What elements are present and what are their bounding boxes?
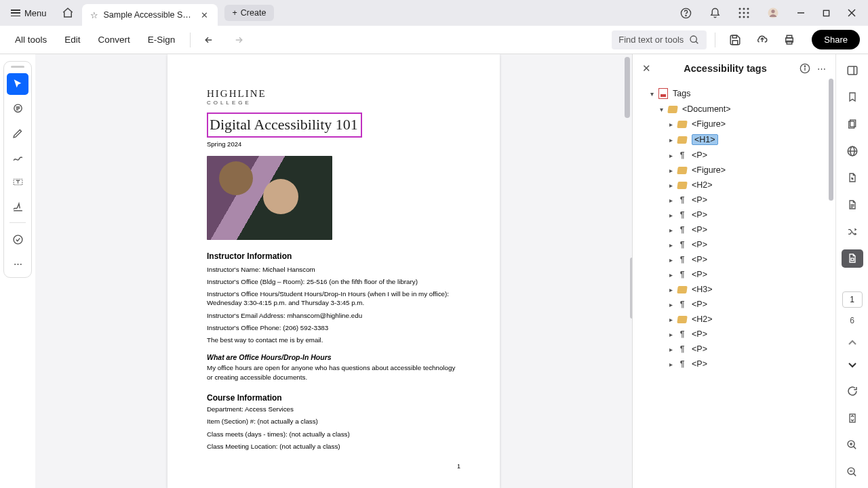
home-button[interactable] <box>56 3 79 23</box>
caret-right-icon[interactable]: ▸ <box>667 301 675 308</box>
tags-tree[interactable]: ▾ Tags ▾ <Document> ▸<Figure>▸<H1>▸¶<P>▸… <box>633 83 835 488</box>
maximize-button[interactable] <box>814 4 838 22</box>
rotate-button[interactable] <box>842 382 863 401</box>
text-tool[interactable] <box>7 171 28 192</box>
tree-node[interactable]: ▸¶<P> <box>638 297 830 312</box>
caret-right-icon[interactable]: ▸ <box>667 136 675 144</box>
caret-right-icon[interactable]: ▸ <box>667 271 675 279</box>
apps-button[interactable] <box>730 2 757 24</box>
caret-down-icon[interactable]: ▾ <box>657 106 665 113</box>
zoom-in-icon <box>846 439 858 451</box>
tree-node[interactable]: ▸¶<P> <box>638 222 830 237</box>
esign-menu[interactable]: E-Sign <box>141 30 182 49</box>
tree-node[interactable]: ▸¶<P> <box>638 327 830 342</box>
star-icon[interactable]: ☆ <box>90 10 98 20</box>
caret-right-icon[interactable]: ▸ <box>667 256 675 264</box>
help-button[interactable] <box>672 2 700 24</box>
panel-scrollbar[interactable] <box>829 79 833 201</box>
tag-icon <box>677 182 688 189</box>
tree-node[interactable]: ▸¶<P> <box>638 252 830 267</box>
zoom-out-button[interactable] <box>842 462 863 481</box>
tree-node[interactable]: ▸¶<P> <box>638 357 830 371</box>
notifications-button[interactable] <box>701 2 729 24</box>
highlight-tool[interactable] <box>7 122 28 144</box>
scroll-down-button[interactable] <box>842 355 863 374</box>
tab-close-button[interactable]: ✕ <box>198 9 211 22</box>
scroll-up-button[interactable] <box>842 333 863 352</box>
rail-panel-toggle[interactable] <box>842 61 863 80</box>
tree-node[interactable]: ▸¶<P> <box>638 207 830 222</box>
close-window-button[interactable] <box>840 3 864 22</box>
caret-right-icon[interactable]: ▸ <box>667 286 675 293</box>
tree-node[interactable]: ▸¶<P> <box>638 148 830 163</box>
caret-right-icon[interactable]: ▸ <box>667 167 675 174</box>
info-button[interactable] <box>800 63 810 74</box>
share-button[interactable]: Share <box>812 30 860 49</box>
tree-root[interactable]: ▾ Tags <box>638 85 830 102</box>
rail-bookmark[interactable] <box>842 88 863 107</box>
rail-shuffle[interactable] <box>842 222 863 241</box>
draw-tool[interactable] <box>7 146 28 168</box>
tag-file-icon <box>847 252 858 264</box>
caret-right-icon[interactable]: ▸ <box>667 316 675 323</box>
tree-node[interactable]: ▸¶<P> <box>638 192 830 207</box>
minimize-button[interactable] <box>789 3 813 22</box>
panel-more-button[interactable]: ⋯ <box>817 64 826 74</box>
tree-node[interactable]: ▸<H3> <box>638 282 830 297</box>
stamp-tool[interactable] <box>7 228 28 250</box>
undo-button[interactable] <box>199 31 222 49</box>
zoom-in-button[interactable] <box>842 436 863 455</box>
tree-node[interactable]: ▸<H2> <box>638 312 830 327</box>
edit-menu[interactable]: Edit <box>58 30 87 49</box>
current-page-indicator[interactable]: 1 <box>842 291 863 308</box>
profile-button[interactable] <box>759 1 787 24</box>
sign-tool[interactable] <box>7 195 28 217</box>
toolbar: All tools Edit Convert E-Sign Find text … <box>0 26 868 54</box>
rail-export[interactable] <box>842 169 863 188</box>
caret-right-icon[interactable]: ▸ <box>667 121 675 128</box>
upload-button[interactable] <box>751 30 774 50</box>
fit-page-button[interactable] <box>842 409 863 428</box>
menu-button[interactable]: Menu <box>4 5 54 22</box>
caret-right-icon[interactable]: ▸ <box>667 152 675 159</box>
caret-right-icon[interactable]: ▸ <box>667 331 675 338</box>
comment-tool[interactable] <box>7 98 28 119</box>
rail-accessibility-tags[interactable] <box>842 249 863 268</box>
document-tab[interactable]: ☆ Sample Accessible Sylla... ✕ <box>82 4 218 26</box>
create-button[interactable]: + Create <box>224 5 275 21</box>
rail-copy[interactable] <box>842 115 863 134</box>
doc-h1-selected[interactable]: Digital Accessibility 101 <box>207 113 362 138</box>
document-area[interactable]: HIGHLINE COLLEGE Digital Accessibility 1… <box>35 54 632 488</box>
redo-button[interactable] <box>226 31 249 49</box>
print-button[interactable] <box>778 30 801 50</box>
all-tools-menu[interactable]: All tools <box>8 30 54 49</box>
caret-right-icon[interactable]: ▸ <box>667 226 675 234</box>
tree-node[interactable]: ▸¶<P> <box>638 267 830 282</box>
close-panel-button[interactable]: ✕ <box>642 62 651 75</box>
select-tool[interactable] <box>7 73 28 95</box>
tree-node[interactable]: ▸<H2> <box>638 178 830 192</box>
doc-p: Instructor's Name: Michael Hanscom <box>207 265 460 274</box>
tree-node[interactable]: ▸¶<P> <box>638 342 830 357</box>
save-button[interactable] <box>724 30 747 50</box>
tree-node[interactable]: ▸<H1> <box>638 131 830 148</box>
tree-label: <Document> <box>682 104 731 114</box>
caret-right-icon[interactable]: ▸ <box>667 197 675 204</box>
caret-right-icon[interactable]: ▸ <box>667 182 675 189</box>
find-box[interactable]: Find text or tools <box>612 30 707 49</box>
rail-text[interactable] <box>842 195 863 214</box>
caret-right-icon[interactable]: ▸ <box>667 211 675 219</box>
tree-node[interactable]: ▸¶<P> <box>638 237 830 252</box>
caret-down-icon[interactable]: ▾ <box>648 90 656 98</box>
more-tools[interactable]: ⋯ <box>7 253 28 274</box>
caret-right-icon[interactable]: ▸ <box>667 241 675 249</box>
tree-node[interactable]: ▸<Figure> <box>638 117 830 131</box>
grip-handle[interactable] <box>11 66 24 68</box>
doc-p: Item (Section) #: (not actually a class) <box>207 417 460 426</box>
convert-menu[interactable]: Convert <box>92 30 137 49</box>
caret-right-icon[interactable]: ▸ <box>667 361 675 368</box>
rail-world[interactable] <box>842 142 863 161</box>
tree-node[interactable]: ▸<Figure> <box>638 163 830 178</box>
tree-document-node[interactable]: ▾ <Document> <box>638 102 830 117</box>
caret-right-icon[interactable]: ▸ <box>667 346 675 353</box>
